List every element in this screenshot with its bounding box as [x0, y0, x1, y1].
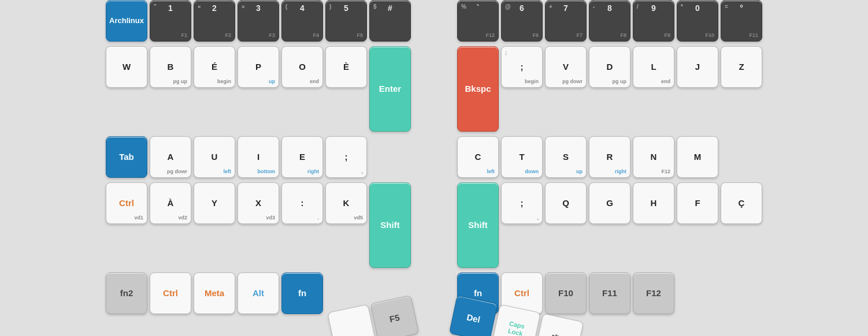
key-8[interactable]: 8 - F8 — [589, 0, 630, 42]
key-h[interactable]: H — [633, 182, 674, 224]
key-l[interactable]: L end — [633, 46, 674, 88]
key-r[interactable]: R right — [589, 136, 630, 178]
key-agrave[interactable]: À vd2 — [150, 182, 191, 224]
key-f12[interactable]: F12 — [633, 272, 674, 314]
left-row-3: Ctrl vd1 À vd2 Y X vd3 : . K vd5 — [106, 182, 411, 268]
key-backtick[interactable]: ` % F12 — [457, 0, 499, 42]
key-k[interactable]: K vd5 — [325, 182, 367, 224]
key-i[interactable]: I bottom — [238, 136, 279, 178]
left-half: Archlinux 1 " F1 2 « F2 3 » F3 4 ( F4 — [106, 0, 411, 316]
left-row-0: Archlinux 1 " F1 2 « F2 3 » F3 4 ( F4 — [106, 0, 411, 42]
key-b[interactable]: B pg up — [150, 46, 191, 88]
key-f10[interactable]: F10 — [545, 272, 587, 314]
key-u[interactable]: U left — [194, 136, 235, 178]
key-semicolon-right[interactable]: ; ; begin — [501, 46, 543, 88]
key-ccedil[interactable]: Ç — [721, 182, 762, 224]
key-m[interactable]: M — [677, 136, 718, 178]
key-f11[interactable]: F11 — [589, 272, 630, 314]
key-enter-left[interactable]: Enter — [369, 46, 411, 132]
key-3[interactable]: 3 » F3 — [238, 0, 279, 42]
key-x[interactable]: X vd3 — [238, 182, 279, 224]
key-shift-right[interactable]: Shift — [457, 182, 499, 268]
key-o[interactable]: O end — [281, 46, 323, 88]
key-fn-left[interactable]: fn — [281, 272, 323, 314]
key-alt-gr[interactable]: alt gr — [535, 313, 584, 336]
right-row-2: C left T down S up R right N F12 M — [457, 136, 762, 178]
key-ctrl-left[interactable]: Ctrl vd1 — [106, 182, 147, 224]
key-eacute[interactable]: É begin — [194, 46, 235, 88]
key-g[interactable]: G — [589, 182, 630, 224]
key-a[interactable]: A pg dowr — [150, 136, 191, 178]
key-semicolon-left[interactable]: ; , — [325, 136, 367, 178]
key-shift-left[interactable]: Shift — [369, 182, 411, 268]
key-4[interactable]: 4 ( F4 — [281, 0, 323, 42]
key-d[interactable]: D pg up — [589, 46, 630, 88]
key-e[interactable]: E right — [281, 136, 323, 178]
right-row-0: ` % F12 6 @ F6 7 + F7 8 - F8 9 / — [457, 0, 762, 42]
key-bkspc-right[interactable]: Bkspc — [457, 46, 499, 132]
key-c[interactable]: C left — [457, 136, 499, 178]
key-9[interactable]: 9 / F9 — [633, 0, 674, 42]
key-semicolon2-right[interactable]: ; , — [501, 182, 543, 224]
key-f[interactable]: F — [677, 182, 718, 224]
key-hash[interactable]: # $ — [369, 0, 411, 42]
key-n[interactable]: N F12 — [633, 136, 674, 178]
key-5[interactable]: 5 ) F5 — [325, 0, 367, 42]
key-fn2[interactable]: fn2 — [106, 272, 147, 314]
right-row-1: Bkspc ; ; begin V pg dowr D pg up L end … — [457, 46, 762, 132]
key-y[interactable]: Y — [194, 182, 235, 224]
key-0[interactable]: 0 * F10 — [677, 0, 718, 42]
key-colon[interactable]: : . — [281, 182, 323, 224]
key-meta[interactable]: Meta — [194, 272, 235, 314]
left-row-1: W B pg up É begin P up O end È — [106, 46, 411, 132]
key-s[interactable]: S up — [545, 136, 587, 178]
key-z[interactable]: Z — [721, 46, 762, 88]
key-q[interactable]: Q — [545, 182, 587, 224]
key-t[interactable]: T down — [501, 136, 543, 178]
key-6[interactable]: 6 @ F6 — [501, 0, 543, 42]
key-ctrl2-left[interactable]: Ctrl — [150, 272, 191, 314]
key-p[interactable]: P up — [238, 46, 279, 88]
right-row-3: Shift ; , Q G H F Ç — [457, 182, 762, 268]
key-egrave[interactable]: È — [325, 46, 367, 88]
key-alt[interactable]: Alt — [238, 272, 279, 314]
left-row-2: Tab A pg dowr U left I bottom E right ; … — [106, 136, 411, 178]
key-7[interactable]: 7 + F7 — [545, 0, 587, 42]
right-half: ` % F12 6 @ F6 7 + F7 8 - F8 9 / — [457, 0, 762, 316]
key-v[interactable]: V pg dowr — [545, 46, 587, 88]
key-archlinux[interactable]: Archlinux — [106, 0, 147, 42]
key-1[interactable]: 1 " F1 — [150, 0, 191, 42]
key-w[interactable]: W — [106, 46, 147, 88]
key-2[interactable]: 2 « F2 — [194, 0, 235, 42]
key-j[interactable]: J — [677, 46, 718, 88]
key-degree[interactable]: ° = F11 — [721, 0, 762, 42]
key-tab[interactable]: Tab — [106, 136, 147, 178]
keyboard-layout: Archlinux 1 " F1 2 « F2 3 » F3 4 ( F4 — [106, 0, 762, 336]
